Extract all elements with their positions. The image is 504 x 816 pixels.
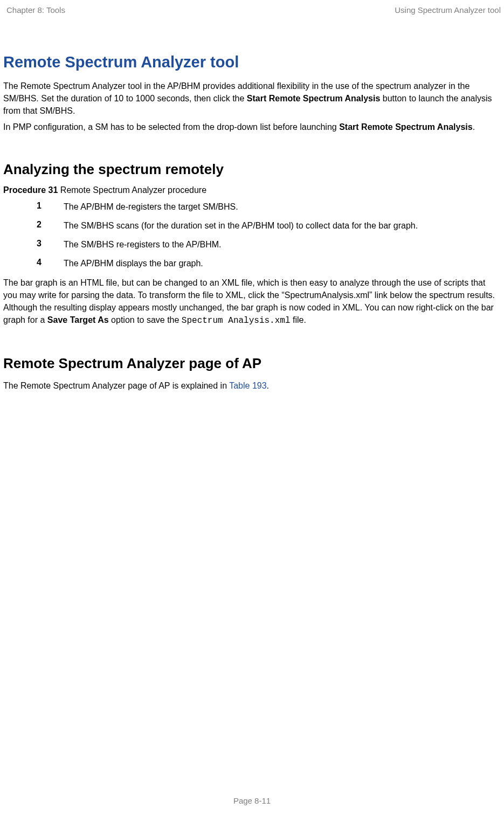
procedure-number: Procedure 31 bbox=[3, 185, 58, 195]
step-text: The SM/BHS scans (for the duration set i… bbox=[64, 219, 418, 232]
para-table-ref: The Remote Spectrum Analyzer page of AP … bbox=[3, 379, 501, 392]
text-bold: Save Target As bbox=[47, 315, 109, 324]
step-row: 1 The AP/BHM de-registers the target SM/… bbox=[37, 200, 485, 213]
heading-analyzing-remotely: Analyzing the spectrum remotely bbox=[3, 161, 501, 178]
page-content: Remote Spectrum Analyzer tool The Remote… bbox=[0, 53, 504, 392]
step-number: 3 bbox=[37, 238, 64, 248]
step-row: 2 The SM/BHS scans (for the duration set… bbox=[37, 219, 485, 232]
text: . bbox=[267, 381, 269, 390]
link-table-193[interactable]: Table 193 bbox=[229, 381, 266, 390]
heading-remote-spectrum-analyzer-tool: Remote Spectrum Analyzer tool bbox=[3, 53, 501, 71]
step-number: 2 bbox=[37, 219, 64, 230]
header-right: Using Spectrum Analyzer tool bbox=[395, 5, 501, 15]
page-footer: Page 8-11 bbox=[0, 796, 504, 805]
step-text: The AP/BHM displays the bar graph. bbox=[64, 257, 203, 269]
text: In PMP configuration, a SM has to be sel… bbox=[3, 122, 339, 132]
text-mono: Spectrum Analysis.xml bbox=[182, 316, 291, 326]
step-text: The AP/BHM de-registers the target SM/BH… bbox=[64, 200, 238, 213]
text: The Remote Spectrum Analyzer page of AP … bbox=[3, 381, 229, 390]
step-row: 4 The AP/BHM displays the bar graph. bbox=[37, 257, 485, 269]
text-bold: Start Remote Spectrum Analysis bbox=[247, 94, 380, 103]
text: option to save the bbox=[109, 315, 182, 324]
para-intro-2: In PMP configuration, a SM has to be sel… bbox=[3, 121, 501, 133]
step-number: 4 bbox=[37, 257, 64, 267]
procedure-steps: 1 The AP/BHM de-registers the target SM/… bbox=[37, 200, 485, 270]
page-header: Chapter 8: Tools Using Spectrum Analyzer… bbox=[0, 0, 504, 15]
step-number: 1 bbox=[37, 200, 64, 211]
header-left: Chapter 8: Tools bbox=[6, 5, 65, 15]
procedure-text: Remote Spectrum Analyzer procedure bbox=[58, 185, 206, 195]
text-bold: Start Remote Spectrum Analysis bbox=[339, 122, 472, 132]
step-text: The SM/BHS re-registers to the AP/BHM. bbox=[64, 238, 222, 251]
para-intro-1: The Remote Spectrum Analyzer tool in the… bbox=[3, 80, 501, 117]
step-row: 3 The SM/BHS re-registers to the AP/BHM. bbox=[37, 238, 485, 251]
text: file. bbox=[291, 315, 306, 324]
heading-remote-spectrum-page-ap: Remote Spectrum Analyzer page of AP bbox=[3, 355, 501, 372]
para-bar-graph: The bar graph is an HTML file, but can b… bbox=[3, 276, 501, 328]
text: . bbox=[473, 122, 475, 132]
procedure-label: Procedure 31 Remote Spectrum Analyzer pr… bbox=[3, 185, 501, 195]
